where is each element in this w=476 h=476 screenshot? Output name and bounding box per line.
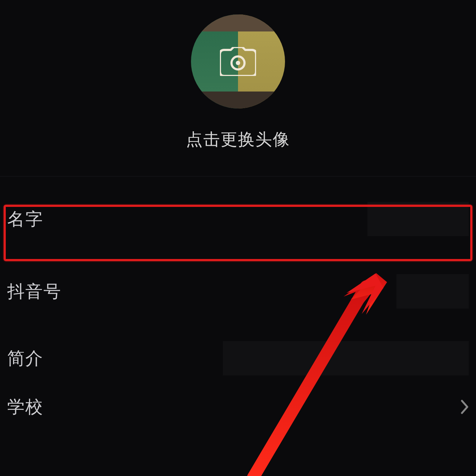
school-label: 学校 [7, 395, 43, 418]
douyin-id-label: 抖音号 [7, 280, 61, 303]
intro-row[interactable]: 简介 [0, 325, 476, 392]
intro-value-area [223, 341, 469, 375]
section-divider [0, 176, 476, 177]
name-row[interactable]: 名字 [0, 180, 476, 258]
camera-icon [220, 47, 256, 76]
chevron-right-icon [461, 400, 469, 414]
name-label: 名字 [7, 208, 43, 231]
avatar-hint-text: 点击更换头像 [186, 128, 290, 151]
douyin-id-row[interactable]: 抖音号 [0, 258, 476, 325]
profile-fields-list: 名字 抖音号 简介 学校 [0, 180, 476, 420]
avatar-section: 点击更换头像 [0, 0, 476, 169]
profile-edit-screen: 点击更换头像 名字 抖音号 简介 学校 [0, 0, 476, 476]
intro-label: 简介 [7, 347, 43, 370]
avatar-change-button[interactable] [191, 14, 285, 109]
school-row[interactable]: 学校 [0, 392, 476, 420]
svg-point-1 [236, 61, 240, 65]
douyin-id-value-area [396, 274, 469, 309]
name-value-area [367, 202, 469, 236]
